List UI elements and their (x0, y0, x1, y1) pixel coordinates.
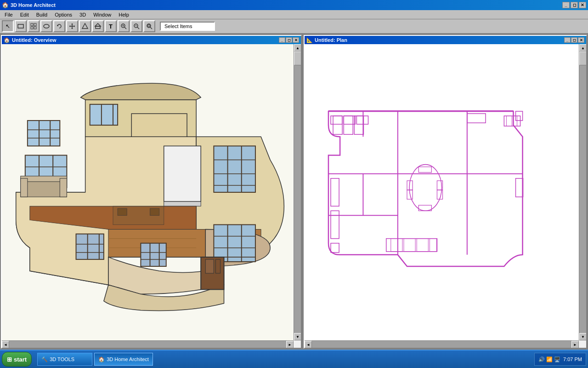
minimize-button[interactable]: _ (562, 2, 570, 8)
select-items-label: Select Items (160, 22, 215, 31)
plan-scroll-right[interactable]: ► (571, 341, 579, 348)
plan-close[interactable]: ✕ (578, 37, 584, 43)
text-tool-button[interactable]: T (105, 20, 117, 32)
plan-title-bar: 📐 Untitled: Plan _ ◻ ✕ (305, 36, 586, 44)
overview-minimize[interactable]: _ (279, 37, 285, 43)
overview-scroll-right[interactable]: ► (286, 341, 294, 348)
plan-scrollbar-v[interactable]: ▲ ▼ (579, 44, 586, 340)
svg-marker-8 (82, 23, 88, 29)
restore-button[interactable]: ◻ (571, 2, 578, 8)
main-area: 🏠 Untitled: Overview _ ◻ ✕ (0, 34, 588, 350)
overview-window: 🏠 Untitled: Overview _ ◻ ✕ (1, 35, 302, 349)
plan-scroll-track-v[interactable] (579, 52, 586, 333)
svg-rect-1 (31, 23, 33, 26)
oval-tool-button[interactable] (40, 20, 52, 32)
title-bar-controls: _ ◻ ✕ (562, 2, 586, 8)
plan-scroll-thumb-v[interactable] (579, 52, 586, 65)
svg-line-16 (137, 27, 139, 29)
svg-rect-40 (214, 224, 255, 262)
taskbar-3d-tools[interactable]: 🔨 3D TOOLS (37, 353, 92, 366)
plan-scroll-down[interactable]: ▼ (579, 333, 586, 340)
3d-tools-label: 3D TOOLS (50, 356, 74, 362)
overview-title-controls: _ ◻ ✕ (279, 37, 299, 43)
svg-rect-53 (150, 208, 159, 215)
overview-scroll-track-v[interactable] (294, 52, 301, 333)
plan-scrollbar-h[interactable]: ◄ ► (305, 340, 579, 348)
terrain-tool-button[interactable] (79, 20, 91, 32)
home-architect-icon: 🏠 (98, 356, 105, 362)
overview-restore[interactable]: ◻ (286, 37, 292, 43)
menu-options[interactable]: Options (51, 11, 76, 18)
menu-window[interactable]: Window (90, 11, 115, 18)
house-3d-view (2, 44, 294, 340)
svg-rect-3 (31, 27, 33, 29)
start-icon: ⊞ (7, 356, 12, 363)
svg-rect-51 (215, 259, 220, 273)
svg-rect-56 (21, 178, 28, 197)
tray-icons: 🔊 📶 🖥️ (538, 356, 560, 362)
close-button[interactable]: ✕ (579, 2, 586, 8)
overview-icon: 🏠 (4, 37, 10, 43)
grid-tool-button[interactable] (28, 20, 40, 32)
plan-window: 📐 Untitled: Plan _ ◻ ✕ (304, 35, 587, 349)
svg-rect-63 (141, 243, 166, 266)
svg-rect-2 (34, 23, 36, 26)
move-tool-button[interactable] (66, 20, 78, 32)
svg-point-5 (44, 24, 49, 28)
plan-restore[interactable]: ◻ (571, 37, 577, 43)
plan-title: Untitled: Plan (315, 37, 347, 43)
overview-scroll-down[interactable]: ▼ (294, 333, 301, 340)
svg-rect-50 (205, 259, 214, 273)
menu-build[interactable]: Build (33, 11, 51, 18)
app-icon: 🏠 (2, 2, 9, 8)
menu-file[interactable]: File (1, 11, 17, 18)
wall-tool-button[interactable] (15, 20, 27, 32)
zoom-in-button[interactable] (118, 20, 130, 32)
overview-title: Untitled: Overview (12, 37, 57, 43)
overview-scrollbar-h[interactable]: ◄ ► (2, 340, 294, 348)
overview-scroll-up[interactable]: ▲ (294, 44, 301, 52)
3d-tools-icon: 🔨 (41, 356, 48, 362)
toolbar: ↖ T Select Items (0, 19, 588, 34)
taskbar-home-architect[interactable]: 🏠 3D Home Architect (94, 353, 153, 366)
plan-scroll-track-h[interactable] (312, 341, 571, 348)
start-button[interactable]: ⊞ start (2, 352, 32, 367)
menu-help[interactable]: Help (115, 11, 133, 18)
svg-marker-9 (95, 23, 101, 26)
svg-line-12 (124, 27, 126, 29)
plan-scroll-left[interactable]: ◄ (305, 341, 312, 348)
svg-rect-20 (148, 25, 150, 27)
svg-line-19 (150, 27, 152, 29)
svg-rect-0 (18, 24, 23, 28)
overview-scroll-left[interactable]: ◄ (2, 341, 9, 348)
svg-rect-29 (28, 121, 60, 146)
svg-rect-57 (60, 178, 67, 197)
svg-rect-10 (96, 26, 100, 29)
overview-close[interactable]: ✕ (293, 37, 299, 43)
plan-minimize[interactable]: _ (564, 37, 571, 43)
clock: 7:07 PM (563, 356, 582, 362)
svg-point-18 (147, 24, 151, 28)
overview-scroll-track-h[interactable] (9, 341, 286, 348)
rotate-tool-button[interactable] (53, 20, 65, 32)
svg-rect-23 (164, 201, 201, 206)
overview-title-bar: 🏠 Untitled: Overview _ ◻ ✕ (2, 36, 301, 44)
taskbar: ⊞ start 🔨 3D TOOLS 🏠 3D Home Architect 🔊… (0, 350, 588, 368)
title-bar: 🏠 3D Home Architect _ ◻ ✕ (0, 0, 588, 10)
home-architect-label: 3D Home Architect (107, 356, 149, 362)
plan-scroll-up[interactable]: ▲ (579, 44, 586, 52)
overview-content: ▲ ▼ ◄ ► (2, 44, 301, 348)
menu-bar: File Edit Build Options 3D Window Help (0, 10, 588, 19)
overview-scroll-thumb-v[interactable] (294, 52, 301, 65)
zoom-out-button[interactable] (130, 20, 142, 32)
svg-rect-4 (34, 27, 36, 29)
app-title: 3D Home Architect (11, 2, 56, 8)
menu-edit[interactable]: Edit (17, 11, 33, 18)
floor-plan-view (305, 44, 579, 340)
overview-scrollbar-v[interactable]: ▲ ▼ (294, 44, 301, 340)
zoom-window-button[interactable] (143, 20, 155, 32)
select-tool-button[interactable]: ↖ (2, 20, 14, 32)
roof-tool-button[interactable] (92, 20, 104, 32)
menu-3d[interactable]: 3D (76, 11, 90, 18)
svg-rect-22 (164, 146, 201, 201)
